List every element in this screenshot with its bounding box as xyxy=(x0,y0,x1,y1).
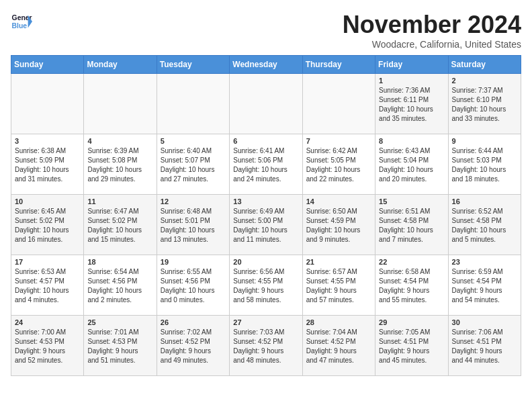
day-number: 8 xyxy=(379,137,444,145)
calendar-cell: 14Sunrise: 6:50 AM Sunset: 4:59 PM Dayli… xyxy=(302,195,375,255)
title-area: November 2024 Woodacre, California, Unit… xyxy=(343,11,521,50)
calendar-cell: 2Sunrise: 7:37 AM Sunset: 6:10 PM Daylig… xyxy=(448,74,521,134)
day-number: 25 xyxy=(87,318,152,326)
day-number: 7 xyxy=(306,137,371,145)
calendar-cell: 20Sunrise: 6:56 AM Sunset: 4:55 PM Dayli… xyxy=(230,255,302,316)
day-info: Sunrise: 6:56 AM Sunset: 4:55 PM Dayligh… xyxy=(233,267,298,305)
day-number: 5 xyxy=(161,137,226,145)
calendar-cell: 29Sunrise: 7:05 AM Sunset: 4:51 PM Dayli… xyxy=(375,316,448,376)
day-info: Sunrise: 6:44 AM Sunset: 5:03 PM Dayligh… xyxy=(452,146,517,184)
calendar-cell: 26Sunrise: 7:02 AM Sunset: 4:52 PM Dayli… xyxy=(157,316,229,376)
calendar-cell: 27Sunrise: 7:03 AM Sunset: 4:52 PM Dayli… xyxy=(230,316,302,376)
day-number: 11 xyxy=(87,197,152,205)
day-info: Sunrise: 6:51 AM Sunset: 4:58 PM Dayligh… xyxy=(379,207,444,244)
calendar-cell: 19Sunrise: 6:55 AM Sunset: 4:56 PM Dayli… xyxy=(157,255,229,316)
day-info: Sunrise: 6:45 AM Sunset: 5:02 PM Dayligh… xyxy=(15,207,80,244)
day-info: Sunrise: 6:39 AM Sunset: 5:08 PM Dayligh… xyxy=(87,146,152,184)
calendar-cell: 17Sunrise: 6:53 AM Sunset: 4:57 PM Dayli… xyxy=(11,255,84,316)
day-info: Sunrise: 6:53 AM Sunset: 4:57 PM Dayligh… xyxy=(15,267,80,305)
location-title: Woodacre, California, United States xyxy=(343,39,521,50)
day-number: 19 xyxy=(161,258,226,266)
calendar-cell: 3Sunrise: 6:38 AM Sunset: 5:09 PM Daylig… xyxy=(11,134,84,195)
day-number: 9 xyxy=(452,137,517,145)
calendar-cell: 24Sunrise: 7:00 AM Sunset: 4:53 PM Dayli… xyxy=(11,316,84,376)
calendar-cell xyxy=(230,74,302,134)
day-number: 2 xyxy=(452,77,517,85)
day-number: 28 xyxy=(306,318,371,326)
calendar-cell: 16Sunrise: 6:52 AM Sunset: 4:58 PM Dayli… xyxy=(448,195,521,255)
calendar-cell: 4Sunrise: 6:39 AM Sunset: 5:08 PM Daylig… xyxy=(84,134,157,195)
calendar-cell xyxy=(157,74,229,134)
calendar-cell: 9Sunrise: 6:44 AM Sunset: 5:03 PM Daylig… xyxy=(448,134,521,195)
day-info: Sunrise: 6:49 AM Sunset: 5:00 PM Dayligh… xyxy=(233,207,298,244)
calendar-week-row: 10Sunrise: 6:45 AM Sunset: 5:02 PM Dayli… xyxy=(11,195,521,255)
day-info: Sunrise: 6:40 AM Sunset: 5:07 PM Dayligh… xyxy=(161,146,226,184)
day-number: 13 xyxy=(233,197,298,205)
calendar-cell: 30Sunrise: 7:06 AM Sunset: 4:51 PM Dayli… xyxy=(448,316,521,376)
weekday-header: Thursday xyxy=(302,56,375,74)
day-info: Sunrise: 6:43 AM Sunset: 5:04 PM Dayligh… xyxy=(379,146,444,184)
day-number: 10 xyxy=(15,197,80,205)
day-number: 29 xyxy=(379,318,444,326)
calendar-cell xyxy=(302,74,375,134)
calendar-cell: 18Sunrise: 6:54 AM Sunset: 4:56 PM Dayli… xyxy=(84,255,157,316)
calendar-cell: 5Sunrise: 6:40 AM Sunset: 5:07 PM Daylig… xyxy=(157,134,229,195)
day-info: Sunrise: 7:01 AM Sunset: 4:53 PM Dayligh… xyxy=(87,328,152,365)
calendar-cell: 28Sunrise: 7:04 AM Sunset: 4:52 PM Dayli… xyxy=(302,316,375,376)
calendar-cell: 7Sunrise: 6:42 AM Sunset: 5:05 PM Daylig… xyxy=(302,134,375,195)
calendar-week-row: 24Sunrise: 7:00 AM Sunset: 4:53 PM Dayli… xyxy=(11,316,521,376)
day-info: Sunrise: 6:42 AM Sunset: 5:05 PM Dayligh… xyxy=(306,146,371,184)
calendar-week-row: 17Sunrise: 6:53 AM Sunset: 4:57 PM Dayli… xyxy=(11,255,521,316)
weekday-header: Sunday xyxy=(11,56,84,74)
day-info: Sunrise: 7:06 AM Sunset: 4:51 PM Dayligh… xyxy=(452,328,517,365)
calendar-table: SundayMondayTuesdayWednesdayThursdayFrid… xyxy=(11,55,521,376)
day-number: 4 xyxy=(87,137,152,145)
day-info: Sunrise: 6:38 AM Sunset: 5:09 PM Dayligh… xyxy=(15,146,80,184)
calendar-cell: 11Sunrise: 6:47 AM Sunset: 5:02 PM Dayli… xyxy=(84,195,157,255)
day-number: 6 xyxy=(233,137,298,145)
day-number: 27 xyxy=(233,318,298,326)
logo-icon: General Blue xyxy=(11,11,32,32)
day-info: Sunrise: 7:37 AM Sunset: 6:10 PM Dayligh… xyxy=(452,86,517,124)
day-info: Sunrise: 6:57 AM Sunset: 4:55 PM Dayligh… xyxy=(306,267,371,305)
day-number: 20 xyxy=(233,258,298,266)
day-number: 18 xyxy=(87,258,152,266)
day-info: Sunrise: 6:41 AM Sunset: 5:06 PM Dayligh… xyxy=(233,146,298,184)
calendar-header-row: SundayMondayTuesdayWednesdayThursdayFrid… xyxy=(11,56,521,74)
calendar-cell: 13Sunrise: 6:49 AM Sunset: 5:00 PM Dayli… xyxy=(230,195,302,255)
day-info: Sunrise: 6:47 AM Sunset: 5:02 PM Dayligh… xyxy=(87,207,152,244)
weekday-header: Wednesday xyxy=(230,56,302,74)
day-info: Sunrise: 7:00 AM Sunset: 4:53 PM Dayligh… xyxy=(15,328,80,365)
day-number: 22 xyxy=(379,258,444,266)
day-info: Sunrise: 6:55 AM Sunset: 4:56 PM Dayligh… xyxy=(161,267,226,305)
day-info: Sunrise: 7:02 AM Sunset: 4:52 PM Dayligh… xyxy=(161,328,226,365)
day-number: 3 xyxy=(15,137,80,145)
page-header: General Blue November 2024 Woodacre, Cal… xyxy=(11,11,521,50)
weekday-header: Saturday xyxy=(448,56,521,74)
calendar-week-row: 1Sunrise: 7:36 AM Sunset: 6:11 PM Daylig… xyxy=(11,74,521,134)
calendar-cell: 1Sunrise: 7:36 AM Sunset: 6:11 PM Daylig… xyxy=(375,74,448,134)
weekday-header: Tuesday xyxy=(157,56,229,74)
day-number: 30 xyxy=(452,318,517,326)
day-number: 24 xyxy=(15,318,80,326)
day-number: 23 xyxy=(452,258,517,266)
day-number: 17 xyxy=(15,258,80,266)
day-info: Sunrise: 7:04 AM Sunset: 4:52 PM Dayligh… xyxy=(306,328,371,365)
calendar-cell: 22Sunrise: 6:58 AM Sunset: 4:54 PM Dayli… xyxy=(375,255,448,316)
logo: General Blue xyxy=(11,11,32,32)
calendar-cell: 21Sunrise: 6:57 AM Sunset: 4:55 PM Dayli… xyxy=(302,255,375,316)
calendar-cell: 25Sunrise: 7:01 AM Sunset: 4:53 PM Dayli… xyxy=(84,316,157,376)
day-info: Sunrise: 6:50 AM Sunset: 4:59 PM Dayligh… xyxy=(306,207,371,244)
month-title: November 2024 xyxy=(343,11,521,39)
calendar-cell: 12Sunrise: 6:48 AM Sunset: 5:01 PM Dayli… xyxy=(157,195,229,255)
day-number: 12 xyxy=(161,197,226,205)
day-number: 21 xyxy=(306,258,371,266)
day-number: 26 xyxy=(161,318,226,326)
day-number: 1 xyxy=(379,77,444,85)
day-info: Sunrise: 6:58 AM Sunset: 4:54 PM Dayligh… xyxy=(379,267,444,305)
calendar-cell: 8Sunrise: 6:43 AM Sunset: 5:04 PM Daylig… xyxy=(375,134,448,195)
calendar-cell: 23Sunrise: 6:59 AM Sunset: 4:54 PM Dayli… xyxy=(448,255,521,316)
day-info: Sunrise: 6:52 AM Sunset: 4:58 PM Dayligh… xyxy=(452,207,517,244)
day-number: 16 xyxy=(452,197,517,205)
calendar-cell: 6Sunrise: 6:41 AM Sunset: 5:06 PM Daylig… xyxy=(230,134,302,195)
